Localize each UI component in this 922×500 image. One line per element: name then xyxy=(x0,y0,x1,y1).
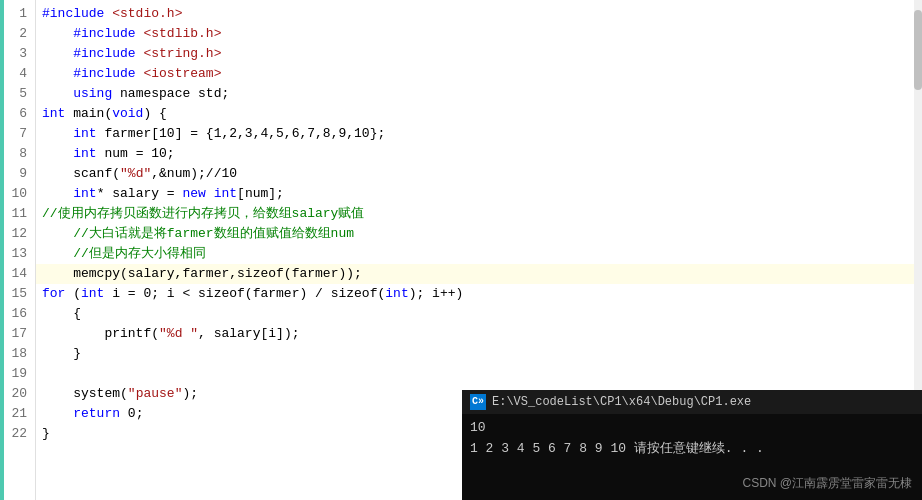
code-token: return xyxy=(73,404,120,424)
code-token xyxy=(42,124,73,144)
code-line: } xyxy=(36,344,922,364)
editor-container: 12345678910111213141516171819202122 #inc… xyxy=(0,0,922,500)
code-line: scanf("%d",&num);//10 xyxy=(36,164,922,184)
line-number: 5 xyxy=(8,84,27,104)
code-token: new xyxy=(182,184,205,204)
line-number: 16 xyxy=(8,304,27,324)
line-number: 11 xyxy=(8,204,27,224)
code-token: memcpy(salary,farmer,sizeof(farmer)); xyxy=(42,264,362,284)
code-token: %d xyxy=(167,324,190,344)
code-token: for xyxy=(42,284,65,304)
code-line: printf("%d ", salary[i]); xyxy=(36,324,922,344)
code-line: #include <string.h> xyxy=(36,44,922,64)
code-token: " xyxy=(159,324,167,344)
left-accent-bar xyxy=(0,0,4,500)
line-number: 3 xyxy=(8,44,27,64)
code-token: } xyxy=(42,424,50,444)
code-line: int num = 10; xyxy=(36,144,922,164)
code-line: //使用内存拷贝函数进行内存拷贝，给数组salary赋值 xyxy=(36,204,922,224)
terminal-title: E:\VS_codeList\CP1\x64\Debug\CP1.exe xyxy=(492,395,751,409)
terminal-body: 10 1 2 3 4 5 6 7 8 9 10 请按任意键继续. . . xyxy=(462,414,922,464)
line-number: 15 xyxy=(8,284,27,304)
code-token: namespace std; xyxy=(112,84,229,104)
line-number: 9 xyxy=(8,164,27,184)
code-line: { xyxy=(36,304,922,324)
code-token: { xyxy=(42,304,81,324)
code-line: #include <stdlib.h> xyxy=(36,24,922,44)
code-token: ); xyxy=(182,384,198,404)
code-token: <iostream> xyxy=(143,64,221,84)
line-number: 22 xyxy=(8,424,27,444)
code-token: int xyxy=(73,144,96,164)
terminal-line1: 10 xyxy=(470,418,914,439)
code-token: [num]; xyxy=(237,184,284,204)
code-token: int xyxy=(385,284,408,304)
line-number: 14 xyxy=(8,264,27,284)
line-number: 17 xyxy=(8,324,27,344)
code-token: #include xyxy=(42,4,112,24)
scrollbar-thumb[interactable] xyxy=(914,10,922,90)
line-number: 13 xyxy=(8,244,27,264)
code-token: system( xyxy=(42,384,128,404)
code-token: " xyxy=(190,324,198,344)
code-token: #include xyxy=(42,44,143,64)
line-number: 7 xyxy=(8,124,27,144)
code-line: //大白话就是将farmer数组的值赋值给数组num xyxy=(36,224,922,244)
code-token xyxy=(42,144,73,164)
code-token: " xyxy=(120,164,128,184)
code-token: //大白话就是将farmer数组的值赋值给数组num xyxy=(42,224,354,244)
line-number: 4 xyxy=(8,64,27,84)
line-number: 1 xyxy=(8,4,27,24)
line-number: 19 xyxy=(8,364,27,384)
code-token xyxy=(42,84,73,104)
code-token xyxy=(42,404,73,424)
code-line: int* salary = new int[num]; xyxy=(36,184,922,204)
code-token: #include xyxy=(42,24,143,44)
code-token: ,&num);//10 xyxy=(151,164,237,184)
line-number: 21 xyxy=(8,404,27,424)
code-token: //但是内存大小得相同 xyxy=(42,244,206,264)
code-line: int farmer[10] = {1,2,3,4,5,6,7,8,9,10}; xyxy=(36,124,922,144)
line-numbers: 12345678910111213141516171819202122 xyxy=(0,0,36,500)
line-number: 6 xyxy=(8,104,27,124)
code-token: int xyxy=(42,104,65,124)
line-number: 12 xyxy=(8,224,27,244)
code-token: <string.h> xyxy=(143,44,221,64)
code-token: num = 10; xyxy=(97,144,175,164)
code-line: #include <iostream> xyxy=(36,64,922,84)
code-token: //使用内存拷贝函数进行内存拷贝，给数组salary赋值 xyxy=(42,204,364,224)
code-token: 0; xyxy=(120,404,143,424)
terminal-line2: 1 2 3 4 5 6 7 8 9 10 请按任意键继续. . . xyxy=(470,439,914,460)
code-token: %d xyxy=(128,164,144,184)
code-token: } xyxy=(42,344,81,364)
code-token: using xyxy=(73,84,112,104)
code-line: #include <stdio.h> xyxy=(36,4,922,24)
line-number: 2 xyxy=(8,24,27,44)
code-token: " xyxy=(143,164,151,184)
code-token: int xyxy=(81,284,104,304)
code-token: ( xyxy=(65,284,81,304)
code-token: #include xyxy=(42,64,143,84)
code-line: memcpy(salary,farmer,sizeof(farmer)); xyxy=(36,264,922,284)
line-number: 20 xyxy=(8,384,27,404)
code-token: scanf( xyxy=(42,164,120,184)
terminal-titlebar: C» E:\VS_codeList\CP1\x64\Debug\CP1.exe xyxy=(462,390,922,414)
code-token xyxy=(206,184,214,204)
code-token: int xyxy=(73,184,96,204)
code-token: "pause" xyxy=(128,384,183,404)
code-token: printf( xyxy=(42,324,159,344)
line-number: 10 xyxy=(8,184,27,204)
code-token: int xyxy=(73,124,96,144)
code-token: <stdlib.h> xyxy=(143,24,221,44)
code-token xyxy=(42,184,73,204)
watermark: CSDN @江南霹雳堂雷家雷无棣 xyxy=(742,475,912,492)
code-line xyxy=(36,364,922,384)
code-line: //但是内存大小得相同 xyxy=(36,244,922,264)
code-token: i = 0; i < sizeof(farmer) / sizeof( xyxy=(104,284,385,304)
code-token: void xyxy=(112,104,143,124)
line-number: 18 xyxy=(8,344,27,364)
code-token: * salary = xyxy=(97,184,183,204)
code-token: int xyxy=(214,184,237,204)
code-line: using namespace std; xyxy=(36,84,922,104)
code-token: farmer[10] = {1,2,3,4,5,6,7,8,9,10}; xyxy=(97,124,386,144)
